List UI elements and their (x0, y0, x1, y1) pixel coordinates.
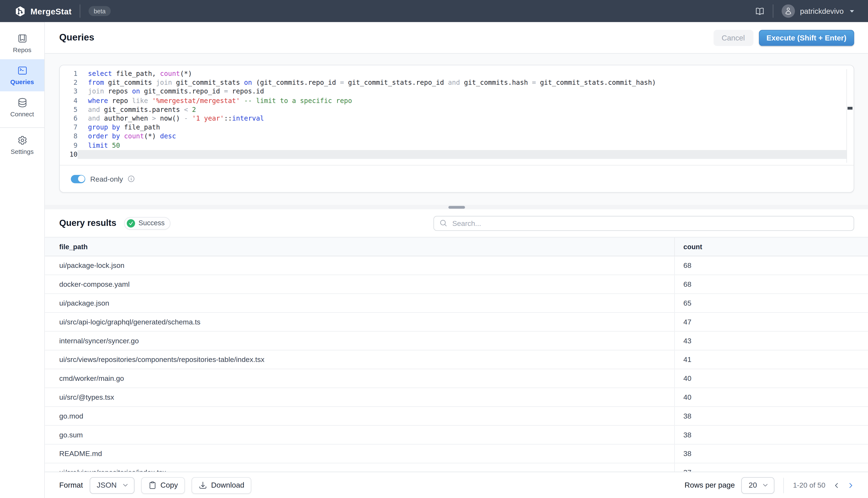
query-results-panel: Query results Success (45, 209, 868, 498)
clipboard-icon (148, 481, 157, 489)
success-check-icon (127, 219, 135, 227)
cell-file-path: docker-compose.yaml (45, 275, 674, 294)
table-row: go.mod38 (45, 407, 868, 425)
download-button[interactable]: Download (192, 477, 251, 493)
status-badge: Success (124, 217, 171, 230)
cancel-button[interactable]: Cancel (713, 30, 753, 46)
rows-per-page-label: Rows per page (684, 481, 735, 489)
cell-count: 40 (674, 388, 868, 407)
rows-per-page-value: 20 (749, 481, 757, 489)
column-header-count: count (674, 237, 868, 256)
mergestat-logo[interactable]: MergeStat (14, 5, 71, 17)
sidebar-item-label: Connect (10, 110, 34, 117)
resize-drag-handle[interactable] (448, 206, 465, 208)
status-badge-label: Success (139, 219, 165, 227)
pagination-range: 1-20 of 50 (793, 481, 825, 489)
cell-count: 68 (674, 256, 868, 275)
line-number: 2 (60, 78, 78, 87)
table-row: ui/src/views/repositories/components/rep… (45, 350, 868, 369)
code-line-content: where repo like '%mergestat/mergestat' -… (78, 96, 847, 105)
code-line[interactable]: 8order by count(*) desc (60, 132, 854, 141)
sql-editor[interactable]: 1select file_path, count(*)2from git_com… (60, 65, 854, 165)
line-number: 7 (60, 123, 78, 132)
username: patrickdevivo (800, 7, 844, 15)
table-row: docker-compose.yaml68 (45, 275, 868, 294)
editor-scrollbar-thumb[interactable] (847, 107, 853, 109)
download-button-label: Download (211, 481, 244, 489)
cell-file-path: cmd/worker/main.go (45, 369, 674, 388)
results-table-wrap: file_path count ui/package-lock.json68do… (45, 237, 868, 472)
code-line[interactable]: 4where repo like '%mergestat/mergestat' … (60, 96, 854, 105)
table-row: ui/src/@types.tsx40 (45, 388, 868, 407)
cell-file-path: README.md (45, 444, 674, 463)
cell-file-path: ui/src/@types.tsx (45, 388, 674, 407)
mergestat-logo-icon (14, 5, 26, 17)
format-select-value: JSON (97, 481, 117, 489)
code-line[interactable]: 9limit 50 (60, 141, 854, 150)
code-line[interactable]: 2from git_commits join git_commit_stats … (60, 78, 854, 87)
format-select[interactable]: JSON (90, 477, 134, 493)
terminal-icon (17, 65, 28, 76)
code-line[interactable]: 3join repos on git_commits.repo_id = rep… (60, 87, 854, 96)
cell-file-path: go.sum (45, 425, 674, 444)
sidebar-item-settings[interactable]: Settings (0, 128, 44, 161)
copy-button[interactable]: Copy (141, 477, 185, 493)
top-navbar: MergeStat beta patrickdevivo (0, 0, 868, 22)
table-header-row: file_path count (45, 237, 868, 256)
table-row: README.md38 (45, 444, 868, 463)
code-line-content: join repos on git_commits.repo_id = repo… (78, 87, 847, 96)
execute-button[interactable]: Execute (Shift + Enter) (759, 30, 854, 46)
user-menu[interactable]: patrickdevivo (782, 4, 855, 18)
cell-count: 38 (674, 444, 868, 463)
table-row: ui/src/views/repositories/index.tsx37 (45, 463, 868, 472)
page-header: Queries Cancel Execute (Shift + Enter) (45, 22, 868, 54)
sidebar: Repos Queries Connect Setting (0, 22, 45, 498)
read-only-toggle[interactable] (71, 175, 85, 183)
format-label: Format (59, 481, 83, 489)
info-icon[interactable] (128, 175, 135, 183)
app: MergeStat beta patrickdevivo (0, 0, 868, 498)
docs-book-icon[interactable] (755, 6, 765, 16)
footer-divider (784, 477, 784, 493)
avatar (782, 4, 795, 18)
code-line[interactable]: 7group by file_path (60, 123, 854, 132)
rows-per-page-select[interactable]: 20 (741, 477, 775, 493)
column-header-file-path: file_path (45, 237, 674, 256)
editor-scrollbar[interactable] (846, 69, 854, 163)
cell-count: 40 (674, 369, 868, 388)
code-line[interactable]: 1select file_path, count(*) (60, 69, 854, 78)
code-line[interactable]: 6and author_when > now() - '1 year'::int… (60, 114, 854, 123)
previous-page-button[interactable] (833, 482, 840, 488)
cell-file-path: go.mod (45, 407, 674, 425)
code-line[interactable]: 5and git_commits.parents < 2 (60, 105, 854, 114)
table-row: internal/syncer/syncer.go43 (45, 331, 868, 350)
main-area: Queries Cancel Execute (Shift + Enter) 1… (45, 22, 868, 498)
line-number: 5 (60, 105, 78, 114)
code-line[interactable]: 10 (60, 150, 854, 159)
code-line-content: limit 50 (78, 141, 847, 150)
cell-file-path: ui/src/views/repositories/components/rep… (45, 350, 674, 369)
next-page-button[interactable] (847, 482, 854, 488)
code-line-content: select file_path, count(*) (78, 69, 847, 78)
chevron-down-icon (762, 482, 768, 488)
cell-file-path: ui/src/api-logic/graphql/generated/schem… (45, 313, 674, 331)
code-line-content: group by file_path (78, 123, 847, 132)
cell-count: 41 (674, 350, 868, 369)
table-row: ui/src/api-logic/graphql/generated/schem… (45, 313, 868, 331)
caret-down-icon (849, 9, 855, 13)
navbar-divider (773, 4, 774, 18)
chevron-right-icon (847, 482, 854, 488)
table-row: cmd/worker/main.go40 (45, 369, 868, 388)
sidebar-item-repos[interactable]: Repos (0, 27, 44, 59)
sidebar-item-label: Settings (11, 148, 34, 155)
sql-editor-card: 1select file_path, count(*)2from git_com… (59, 65, 854, 193)
search-input[interactable] (451, 219, 848, 228)
sidebar-item-connect[interactable]: Connect (0, 91, 44, 123)
beta-badge: beta (89, 6, 110, 16)
page-title: Queries (59, 32, 94, 43)
code-line-content (78, 150, 847, 159)
sidebar-item-queries[interactable]: Queries (0, 59, 44, 92)
cell-count: 38 (674, 407, 868, 425)
navbar-divider (80, 4, 80, 18)
brand-name: MergeStat (30, 6, 71, 16)
